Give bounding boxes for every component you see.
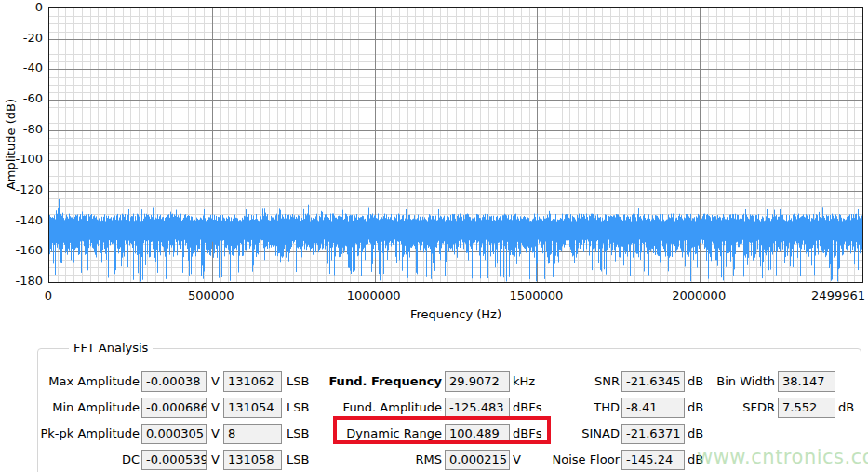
fund-amplitude-field[interactable]: -125.483 (445, 398, 510, 418)
x-tick-label: 2000000 (672, 289, 726, 303)
thd-label: THD (519, 398, 620, 418)
max-amplitude-volts-unit: V (211, 371, 220, 392)
fund-frequency-label: Fund. Frequency (324, 371, 442, 392)
noise-floor-field[interactable]: -145.24 (621, 450, 685, 470)
x-axis-title: Frequency (Hz) (48, 307, 863, 321)
fft-analyzer-window: Amplitude (dB) 0-20-40-60-80-100-120-140… (0, 0, 868, 472)
sinad-field[interactable]: -21.6371 (621, 424, 685, 444)
dc-lsb-field[interactable]: 131058 (223, 450, 282, 470)
max-amplitude-label: Max Amplitude (28, 371, 140, 392)
thd-field[interactable]: -8.41 (621, 398, 685, 418)
fft-analysis-title: FFT Analysis (69, 341, 153, 355)
pkpk-amplitude-volts-unit: V (211, 424, 220, 444)
min-amplitude-label: Min Amplitude (28, 398, 140, 418)
dc-lsb-unit: LSB (287, 450, 309, 470)
dc-label: DC (28, 450, 140, 470)
pkpk-amplitude-lsb-unit: LSB (287, 424, 309, 444)
sfdr-label: SFDR (691, 398, 775, 418)
y-tick-label: 0 (0, 0, 43, 15)
y-tick-label: -60 (0, 91, 43, 106)
pkpk-amplitude-lsb-field[interactable]: 8 (223, 424, 282, 444)
spectrum-canvas (49, 8, 862, 282)
noise-floor-label: Noise Floor (519, 450, 620, 470)
dynamic-range-field[interactable]: 100.489 (445, 424, 510, 444)
pkpk-amplitude-volts-field[interactable]: 0.000305 (141, 424, 207, 444)
bin-width-label: Bin Width (691, 371, 775, 392)
sfdr-field[interactable]: 7.552 (778, 398, 835, 418)
y-tick-label: -100 (0, 152, 43, 167)
x-tick-label: 500000 (188, 289, 234, 303)
bin-width-field[interactable]: 38.147 (778, 371, 835, 392)
rms-field[interactable]: 0.000215 (445, 450, 510, 470)
sfdr-unit: dB (838, 398, 854, 418)
x-tick-label: 2499961 (811, 289, 865, 303)
y-axis-title: Amplitude (dB) (4, 51, 19, 237)
y-tick-label: -20 (0, 31, 43, 46)
x-tick-label: 1500000 (509, 289, 563, 303)
y-tick-label: -180 (0, 274, 43, 289)
sinad-label: SINAD (519, 424, 620, 444)
y-tick-label: -40 (0, 61, 43, 75)
snr-label: SNR (519, 371, 620, 392)
y-tick-label: -160 (0, 243, 43, 258)
min-amplitude-volts-unit: V (211, 398, 220, 418)
max-amplitude-volts-field[interactable]: -0.00038 (141, 371, 207, 392)
y-tick-label: -80 (0, 122, 43, 137)
noise-floor-unit: dB (688, 450, 703, 470)
pkpk-amplitude-label: Pk-pk Amplitude (28, 424, 140, 444)
x-tick-label: 1000000 (347, 289, 401, 303)
x-tick-label: 0 (45, 289, 52, 303)
dc-volts-unit: V (211, 450, 220, 470)
min-amplitude-volts-field[interactable]: -0.000686 (141, 398, 207, 418)
min-amplitude-lsb-field[interactable]: 131054 (223, 398, 282, 418)
snr-field[interactable]: -21.6345 (621, 371, 685, 392)
max-amplitude-lsb-field[interactable]: 131062 (223, 371, 282, 392)
fft-plot-area (48, 7, 863, 283)
dc-volts-field[interactable]: -0.000539 (141, 450, 207, 470)
dynamic-range-label: Dynamic Range (324, 424, 442, 444)
min-amplitude-lsb-unit: LSB (287, 398, 309, 418)
sinad-unit: dB (688, 424, 703, 444)
fund-amplitude-label: Fund. Amplitude (324, 398, 442, 418)
max-amplitude-lsb-unit: LSB (287, 371, 309, 392)
fund-frequency-field[interactable]: 29.9072 (445, 371, 510, 392)
rms-label: RMS (324, 450, 442, 470)
y-tick-label: -140 (0, 213, 43, 228)
y-tick-label: -120 (0, 182, 43, 197)
